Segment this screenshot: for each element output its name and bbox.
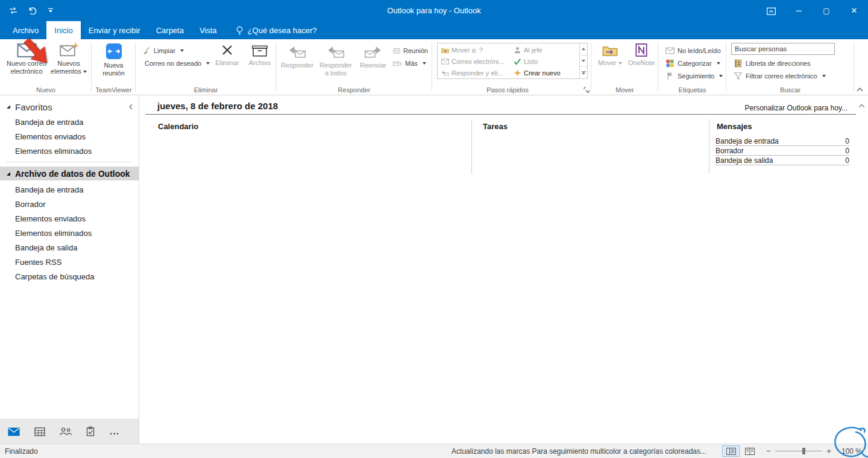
undo-button[interactable] — [28, 7, 37, 14]
maximize-button[interactable]: ▢ — [813, 0, 840, 21]
folder-borrador[interactable]: Borrador — [0, 197, 139, 211]
folder-label: Bandeja de salida — [15, 243, 77, 252]
ribbon-group-responder: Responder Responder a todos Reenviar Reu… — [276, 39, 432, 95]
minimize-button[interactable]: ─ — [785, 0, 813, 21]
maximize-icon: ▢ — [823, 7, 829, 15]
send-receive-button[interactable] — [8, 7, 18, 14]
tab-vista[interactable]: Vista — [192, 21, 225, 39]
favoritos-header[interactable]: Favoritos — [0, 99, 139, 115]
new-items-button[interactable]: Nuevos elementos — [49, 39, 88, 86]
quick-steps-scroll-down[interactable] — [580, 56, 587, 68]
scroll-up-arrow[interactable] — [858, 104, 865, 108]
quick-step-listo[interactable]: Listo — [512, 56, 577, 67]
tell-me-box[interactable]: ¿Qué desea hacer? — [236, 21, 317, 39]
reunion-button[interactable]: Reunión — [391, 44, 430, 57]
mover-button[interactable]: Mover — [595, 39, 625, 86]
zoom-slider[interactable] — [775, 445, 822, 457]
quick-step-al-jefe[interactable]: Al jefe — [512, 44, 577, 56]
nav-more-button[interactable]: … — [109, 426, 120, 437]
calendario-column-header[interactable]: Calendario — [158, 122, 198, 131]
eliminar-button[interactable]: Eliminar — [210, 39, 244, 86]
pasos-rapidos-dialog-launcher[interactable] — [583, 87, 590, 93]
reading-view-button[interactable] — [741, 445, 758, 457]
responder-button[interactable]: Responder — [278, 39, 316, 86]
zoom-out-button[interactable]: − — [764, 447, 773, 456]
folder-elementos-eliminados[interactable]: Elementos eliminados — [0, 144, 139, 158]
nav-calendar-button[interactable] — [34, 427, 45, 436]
responder-label: Responder — [281, 62, 313, 69]
correo-no-deseado-button[interactable]: Correo no deseado — [139, 57, 210, 69]
folder-link[interactable]: Borrador — [715, 147, 744, 155]
onenote-button[interactable]: OneNote — [625, 39, 658, 86]
tab-archivo[interactable]: Archivo — [5, 21, 46, 39]
folder-elementos-eliminados[interactable]: Elementos eliminados — [0, 226, 139, 240]
message-folder-row[interactable]: Bandeja de entrada 0 — [715, 136, 849, 146]
tab-carpeta[interactable]: Carpeta — [148, 21, 192, 39]
buscar-personas-input[interactable] — [731, 43, 835, 55]
reenviar-label: Reenviar — [360, 62, 386, 69]
delete-x-icon — [219, 43, 235, 57]
folder-elementos-enviados[interactable]: Elementos enviados — [0, 129, 139, 144]
folder-label: Elementos eliminados — [15, 229, 92, 238]
correo-no-deseado-label: Correo no deseado — [145, 60, 201, 67]
folder-fuentes-rss[interactable]: Fuentes RSS — [0, 255, 139, 269]
archivo-datos-list: Bandeja de entrada Borrador Elementos en… — [0, 182, 139, 284]
folder-bandeja-de-entrada[interactable]: Bandeja de entrada — [0, 182, 139, 197]
folder-link[interactable]: Bandeja de entrada — [715, 137, 779, 145]
folder-elementos-enviados[interactable]: Elementos enviados — [0, 211, 139, 226]
tab-inicio[interactable]: Inicio — [46, 21, 80, 39]
folder-label: Elementos eliminados — [15, 147, 92, 156]
undo-icon — [28, 7, 37, 14]
nav-people-button[interactable] — [60, 427, 72, 436]
filtrar-correo-button[interactable]: Filtrar correo electrónico — [731, 69, 854, 82]
reading-view-icon — [745, 448, 755, 455]
folder-pane: Favoritos Bandeja de entrada Elementos e… — [0, 95, 139, 444]
collapse-ribbon-button[interactable] — [857, 87, 863, 92]
folder-label: Elementos enviados — [15, 132, 86, 141]
quick-steps-scroll-up[interactable] — [580, 43, 587, 56]
message-folder-row[interactable]: Borrador 0 — [715, 146, 849, 156]
archivar-button[interactable]: Archivo — [244, 39, 275, 86]
limpiar-button[interactable]: Limpiar — [139, 44, 210, 57]
customize-qat-button[interactable] — [48, 8, 54, 13]
ribbon-display-options-button[interactable] — [757, 0, 785, 21]
mensajes-column-header[interactable]: Mensajes — [717, 122, 752, 131]
quick-step-crear-nuevo[interactable]: Crear nuevo — [512, 67, 577, 78]
quick-step-responder-y-eliminar[interactable]: Responder y eli... — [440, 67, 512, 78]
tareas-column-header[interactable]: Tareas — [483, 122, 508, 131]
onenote-label: OneNote — [628, 59, 655, 66]
mas-button[interactable]: Más — [391, 57, 430, 69]
quick-step-correo-electronico[interactable]: Correo electróni... — [440, 56, 512, 67]
folder-count: 0 — [845, 156, 849, 165]
archivo-datos-header[interactable]: Archivo de datos de Outlook — [0, 167, 139, 180]
quick-steps-more[interactable] — [580, 67, 587, 78]
title-bar: Outlook para hoy - Outlook ─ ▢ ✕ — [0, 0, 868, 21]
norm-view-button[interactable] — [722, 445, 740, 457]
quick-step-mover-a[interactable]: Mover a: ? — [440, 44, 512, 56]
dropdown-caret-icon — [719, 75, 723, 77]
responder-a-todos-button[interactable]: Responder a todos — [316, 39, 356, 86]
zoom-slider-thumb[interactable] — [802, 448, 805, 454]
folder-bandeja-de-salida[interactable]: Bandeja de salida — [0, 240, 139, 255]
close-button[interactable]: ✕ — [840, 0, 868, 21]
no-leido-button[interactable]: No leído/Leído — [663, 44, 726, 57]
column-divider — [471, 119, 472, 174]
minimize-folder-pane-button[interactable] — [129, 104, 133, 110]
reenviar-button[interactable]: Reenviar — [356, 39, 391, 86]
group-label-pasos-rapidos: Pasos rápidos — [432, 86, 583, 94]
nav-mail-button[interactable] — [8, 427, 20, 436]
folder-bandeja-de-entrada[interactable]: Bandeja de entrada — [0, 115, 139, 129]
customize-outlook-today-link[interactable]: Personalizar Outlook para hoy... — [744, 104, 848, 112]
triangle-down-icon — [582, 72, 585, 75]
categorizar-button[interactable]: Categorizar — [663, 57, 726, 69]
folder-link[interactable]: Bandeja de salida — [715, 156, 773, 165]
new-meeting-button[interactable]: Nueva reunión — [95, 39, 133, 86]
libreta-direcciones-button[interactable]: Libreta de direcciones — [731, 57, 854, 69]
folder-carpetas-de-busqueda[interactable]: Carpetas de búsqueda — [0, 269, 139, 284]
nav-tasks-button[interactable] — [86, 427, 95, 436]
tab-enviar-y-recibir[interactable]: Enviar y recibir — [81, 21, 148, 39]
message-folder-row[interactable]: Bandeja de salida 0 — [715, 156, 849, 165]
address-book-icon — [734, 59, 743, 68]
seguimiento-button[interactable]: Seguimiento — [663, 69, 726, 82]
date-heading: jueves, 8 de febrero de 2018 — [157, 101, 278, 111]
